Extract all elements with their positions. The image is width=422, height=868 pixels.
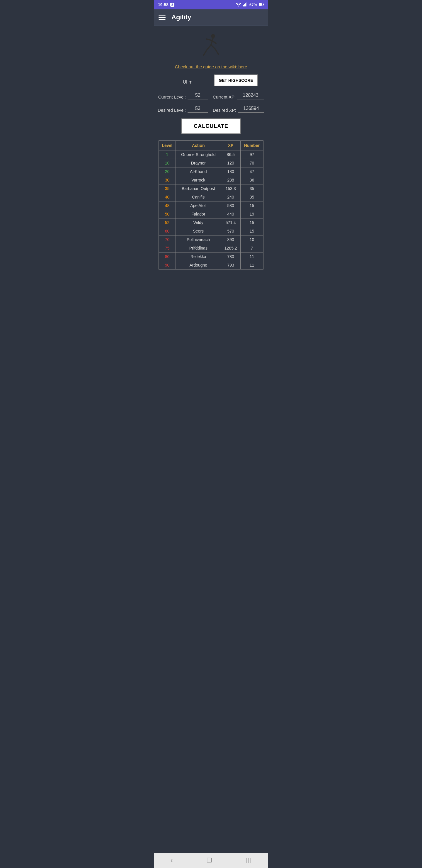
current-fields-row: Current Level: Current XP: bbox=[159, 92, 263, 99]
table-cell-action: Falador bbox=[175, 210, 221, 218]
table-row: 50Falador44019 bbox=[159, 210, 263, 218]
current-xp-label: Current XP: bbox=[213, 94, 236, 99]
svg-rect-2 bbox=[245, 3, 246, 6]
wifi-icon bbox=[236, 2, 241, 7]
get-highscore-button[interactable]: GET HIGHSCORE bbox=[214, 74, 258, 86]
status-bar: 19:58 8 67% bbox=[154, 0, 268, 9]
table-row: 75Prifddinas1285.27 bbox=[159, 244, 263, 252]
table-cell-action: Al-Kharid bbox=[175, 167, 221, 176]
table-cell-xp: 240 bbox=[221, 193, 240, 202]
table-cell-number: 47 bbox=[240, 167, 263, 176]
battery-icon bbox=[259, 3, 264, 7]
username-input[interactable] bbox=[164, 78, 211, 86]
table-row: 20Al-Kharid18047 bbox=[159, 167, 263, 176]
desired-xp-group: Desired XP: bbox=[213, 105, 264, 113]
desired-level-label: Desired Level: bbox=[158, 107, 186, 113]
table-cell-level: 40 bbox=[159, 193, 176, 202]
col-header-action: Action bbox=[175, 141, 221, 150]
svg-rect-6 bbox=[263, 4, 264, 5]
table-cell-level: 1 bbox=[159, 150, 176, 159]
hamburger-line-2 bbox=[159, 17, 166, 18]
table-cell-action: Barbarian Outpost bbox=[175, 184, 221, 193]
table-cell-level: 80 bbox=[159, 252, 176, 261]
time: 19:58 bbox=[158, 2, 168, 7]
recent-icon: ||| bbox=[246, 858, 252, 864]
table-cell-xp: 793 bbox=[221, 261, 240, 270]
nav-bar: ‹ ☐ ||| bbox=[154, 853, 268, 868]
back-button[interactable]: ‹ bbox=[170, 857, 173, 864]
table-cell-number: 19 bbox=[240, 210, 263, 218]
current-level-input[interactable] bbox=[188, 92, 208, 99]
table-cell-xp: 120 bbox=[221, 159, 240, 167]
table-cell-number: 15 bbox=[240, 227, 263, 236]
table-cell-xp: 890 bbox=[221, 236, 240, 244]
table-cell-xp: 571.4 bbox=[221, 218, 240, 227]
table-cell-action: Rellekka bbox=[175, 252, 221, 261]
table-cell-number: 11 bbox=[240, 261, 263, 270]
hamburger-line-3 bbox=[159, 19, 166, 20]
table-cell-level: 10 bbox=[159, 159, 176, 167]
table-cell-action: Wildy bbox=[175, 218, 221, 227]
current-xp-input[interactable] bbox=[237, 92, 264, 99]
wiki-link-text[interactable]: here bbox=[238, 64, 247, 69]
table-row: 48Ape Atoll58015 bbox=[159, 202, 263, 210]
table-row: 80Rellekka78011 bbox=[159, 252, 263, 261]
recent-button[interactable]: ||| bbox=[246, 858, 252, 864]
table-cell-number: 35 bbox=[240, 184, 263, 193]
table-cell-xp: 86.5 bbox=[221, 150, 240, 159]
hamburger-line-1 bbox=[159, 15, 166, 16]
table-cell-level: 35 bbox=[159, 184, 176, 193]
table-cell-level: 70 bbox=[159, 236, 176, 244]
table-cell-xp: 580 bbox=[221, 202, 240, 210]
table-cell-xp: 780 bbox=[221, 252, 240, 261]
svg-line-13 bbox=[211, 45, 216, 49]
table-cell-action: Gnome Stronghold bbox=[175, 150, 221, 159]
svg-line-11 bbox=[206, 45, 211, 50]
calculate-button[interactable]: CALCULATE bbox=[182, 119, 240, 134]
home-button[interactable]: ☐ bbox=[206, 857, 212, 864]
table-row: 30Varrock23836 bbox=[159, 176, 263, 184]
table-row: 70Pollnivneach89010 bbox=[159, 236, 263, 244]
table-cell-level: 30 bbox=[159, 176, 176, 184]
status-bar-right: 67% bbox=[236, 2, 264, 7]
table-cell-xp: 1285.2 bbox=[221, 244, 240, 252]
table-row: 90Ardougne79311 bbox=[159, 261, 263, 270]
svg-line-12 bbox=[204, 50, 206, 55]
svg-line-9 bbox=[206, 39, 212, 40]
desired-level-input[interactable] bbox=[188, 105, 208, 113]
svg-rect-3 bbox=[247, 2, 247, 6]
table-cell-action: Prifddinas bbox=[175, 244, 221, 252]
main-content: Check out the guide on the wiki: here GE… bbox=[154, 26, 268, 853]
table-cell-level: 60 bbox=[159, 227, 176, 236]
battery-percent: 67% bbox=[249, 3, 257, 7]
table-cell-action: Varrock bbox=[175, 176, 221, 184]
table-cell-action: Seers bbox=[175, 227, 221, 236]
table-cell-level: 50 bbox=[159, 210, 176, 218]
desired-xp-input[interactable] bbox=[238, 105, 264, 113]
table-cell-level: 20 bbox=[159, 167, 176, 176]
current-xp-group: Current XP: bbox=[213, 92, 264, 99]
table-cell-number: 36 bbox=[240, 176, 263, 184]
page-title: Agility bbox=[171, 13, 191, 21]
table-cell-xp: 153.3 bbox=[221, 184, 240, 193]
desired-xp-label: Desired XP: bbox=[213, 107, 236, 113]
table-cell-xp: 238 bbox=[221, 176, 240, 184]
username-row: GET HIGHSCORE bbox=[159, 74, 263, 86]
table-row: 1Gnome Stronghold86.597 bbox=[159, 150, 263, 159]
desired-fields-row: Desired Level: Desired XP: bbox=[159, 105, 263, 113]
desired-level-group: Desired Level: bbox=[158, 105, 208, 113]
menu-button[interactable] bbox=[159, 15, 166, 20]
table-cell-number: 11 bbox=[240, 252, 263, 261]
results-table: Level Action XP Number 1Gnome Stronghold… bbox=[159, 141, 263, 270]
table-cell-number: 10 bbox=[240, 236, 263, 244]
table-cell-action: Ardougne bbox=[175, 261, 221, 270]
table-cell-number: 15 bbox=[240, 202, 263, 210]
table-cell-level: 75 bbox=[159, 244, 176, 252]
svg-rect-5 bbox=[259, 3, 262, 6]
col-header-xp: XP bbox=[221, 141, 240, 150]
table-cell-action: Draynor bbox=[175, 159, 221, 167]
col-header-number: Number bbox=[240, 141, 263, 150]
table-cell-number: 15 bbox=[240, 218, 263, 227]
svg-rect-0 bbox=[243, 5, 244, 6]
table-cell-number: 35 bbox=[240, 193, 263, 202]
